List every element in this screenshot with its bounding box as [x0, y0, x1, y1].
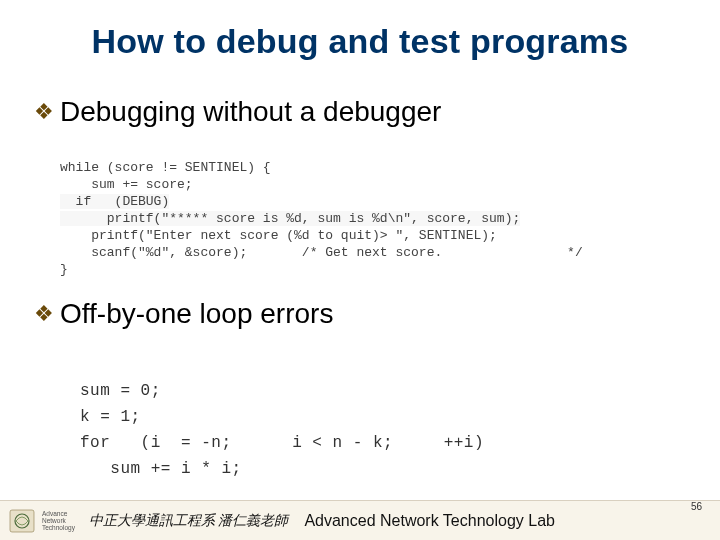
code-line: while (score != SENTINEL) { [60, 160, 271, 175]
code-line: } [60, 262, 68, 277]
code-line-printf-debug: printf("***** score is %d, sum is %d\n",… [60, 211, 520, 226]
bullet-offbyone: ❖ Off-by-one loop errors [34, 298, 333, 330]
footer-logo-icon [8, 508, 36, 534]
code-line: printf("Enter next score (%d to quit)> "… [60, 228, 497, 243]
slide: How to debug and test programs ❖ Debuggi… [0, 0, 720, 540]
footer-logo-text: Advance Network Technology [42, 510, 75, 531]
footer-chinese-text: 中正大學通訊工程系 潘仁義老師 [89, 512, 289, 530]
code-line-if: if (DEBUG) [60, 194, 169, 209]
bullet-debugging: ❖ Debugging without a debugger [34, 96, 441, 128]
code-line: k = 1; [80, 408, 141, 426]
bullet-text: Debugging without a debugger [60, 96, 441, 128]
code-block-debug: while (score != SENTINEL) { sum += score… [60, 142, 583, 278]
page-number: 56 [691, 501, 702, 512]
bullet-text: Off-by-one loop errors [60, 298, 333, 330]
code-block-loop: sum = 0; k = 1; for (i = -n; i < n - k; … [80, 352, 484, 482]
footer-lab-name: Advanced Network Technology Lab [304, 512, 555, 530]
slide-title: How to debug and test programs [0, 22, 720, 61]
code-line: sum = 0; [80, 382, 161, 400]
code-line: sum += i * i; [80, 460, 242, 478]
code-line: for (i = -n; i < n - k; ++i) [80, 434, 484, 452]
code-line: scanf("%d", &score); /* Get next score. … [60, 245, 583, 260]
code-line: sum += score; [60, 177, 193, 192]
footer-bar: Advance Network Technology 中正大學通訊工程系 潘仁義… [0, 500, 720, 540]
diamond-icon: ❖ [34, 101, 54, 123]
svg-rect-0 [10, 510, 34, 532]
diamond-icon: ❖ [34, 303, 54, 325]
